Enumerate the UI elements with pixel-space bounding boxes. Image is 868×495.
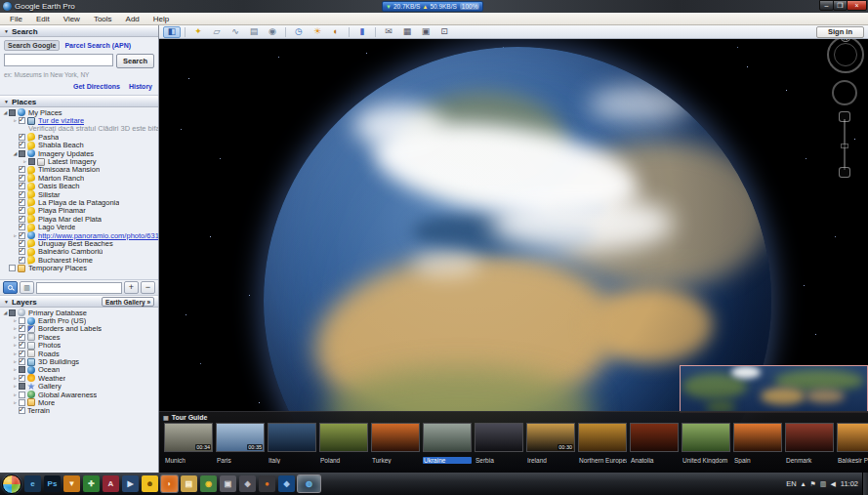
expander-icon[interactable]: ▹ bbox=[12, 326, 19, 331]
tour-item[interactable]: Anatolia bbox=[630, 423, 679, 464]
menu-file[interactable]: File bbox=[3, 15, 29, 23]
zoom-out-knob[interactable] bbox=[839, 167, 850, 178]
network-icon[interactable]: ▥ bbox=[820, 480, 827, 488]
add-polygon-icon[interactable]: ▱ bbox=[208, 26, 226, 38]
layers-item[interactable]: ▹Weather bbox=[0, 374, 158, 382]
expander-icon[interactable]: ▹ bbox=[12, 367, 19, 372]
hidden-icons-arrow[interactable]: ▴ bbox=[802, 479, 806, 488]
tour-item[interactable]: 00:34Munich bbox=[164, 423, 213, 464]
tab-search-google[interactable]: Search Google bbox=[4, 40, 60, 51]
tour-thumbnail[interactable]: 00:30 bbox=[526, 423, 575, 452]
action-center-flag-icon[interactable]: ⚑ bbox=[809, 480, 815, 488]
movie-app-icon[interactable]: ▶ bbox=[122, 475, 139, 492]
checkbox-checked[interactable] bbox=[19, 117, 25, 124]
tour-thumbnail[interactable] bbox=[630, 423, 679, 452]
places-item[interactable]: Temporary Places bbox=[0, 264, 158, 271]
expander-icon[interactable]: ▹ bbox=[12, 118, 19, 123]
app-orange-icon[interactable]: ▼ bbox=[63, 475, 80, 492]
language-indicator[interactable]: EN bbox=[786, 479, 796, 488]
yahoo-messenger-icon[interactable]: ☻ bbox=[142, 475, 158, 492]
google-earth-icon[interactable]: ◍ bbox=[298, 475, 320, 492]
historical-imagery-icon[interactable]: ◷ bbox=[290, 26, 308, 38]
menu-help[interactable]: Help bbox=[146, 15, 176, 23]
look-joystick[interactable]: N bbox=[827, 39, 864, 73]
photoshop-icon[interactable]: Ps bbox=[44, 475, 61, 492]
tour-thumbnail[interactable] bbox=[268, 423, 316, 452]
layers-item[interactable]: ▹Global Awareness bbox=[0, 391, 158, 398]
show-desktop-button[interactable] bbox=[862, 473, 868, 495]
checkbox-unchecked[interactable] bbox=[19, 392, 25, 398]
tour-item[interactable]: Balıkesir Prov... bbox=[837, 423, 868, 464]
view-in-google-maps-icon[interactable]: ⊡ bbox=[435, 26, 453, 38]
menu-tools[interactable]: Tools bbox=[87, 15, 119, 23]
save-image-icon[interactable]: ▣ bbox=[417, 26, 434, 38]
windows-explorer-icon[interactable]: ▤ bbox=[181, 475, 197, 492]
record-tour-icon[interactable]: ◉ bbox=[264, 26, 281, 38]
expander-icon[interactable]: ▹ bbox=[21, 159, 28, 164]
menu-edit[interactable]: Edit bbox=[29, 15, 57, 23]
tour-item[interactable]: Ukraine bbox=[423, 423, 472, 464]
planets-icon[interactable]: ◐ bbox=[327, 26, 345, 38]
parcel-search-link[interactable]: Parcel Search (APN) bbox=[64, 42, 131, 49]
move-joystick[interactable] bbox=[832, 80, 857, 105]
expander-icon[interactable]: ▹ bbox=[12, 384, 19, 389]
expander-icon[interactable]: ▹ bbox=[12, 351, 19, 356]
checkbox-unchecked[interactable] bbox=[9, 265, 16, 271]
tour-thumbnail[interactable] bbox=[319, 423, 368, 452]
search-input[interactable] bbox=[4, 54, 113, 66]
tour-item[interactable]: Italy bbox=[268, 423, 316, 464]
layers-item[interactable]: ▹3D Buildings bbox=[0, 357, 158, 365]
north-indicator[interactable]: N bbox=[841, 39, 850, 42]
media-app-icon[interactable]: A bbox=[103, 475, 119, 492]
search-panel-header[interactable]: Search bbox=[0, 25, 158, 37]
window-titlebar[interactable]: Google Earth Pro ▼ 20.7KB/S ▲ 50.9KB/S 1… bbox=[0, 0, 868, 13]
expander-icon[interactable]: ▹ bbox=[12, 233, 19, 238]
search-button[interactable]: Search bbox=[116, 54, 154, 68]
expander-icon[interactable]: ◢ bbox=[12, 151, 19, 156]
checkbox-partial[interactable] bbox=[9, 309, 16, 316]
checkbox-partial[interactable] bbox=[9, 109, 16, 116]
add-placemark-icon[interactable]: ✦ bbox=[189, 26, 207, 38]
close-button[interactable]: × bbox=[847, 0, 867, 11]
tour-thumbnail[interactable] bbox=[371, 423, 420, 452]
menu-add[interactable]: Add bbox=[119, 15, 146, 23]
tour-item[interactable]: 00:30Ireland bbox=[526, 423, 575, 464]
start-button[interactable] bbox=[2, 474, 21, 494]
layers-item[interactable]: Terrain bbox=[0, 407, 158, 415]
search-places-button[interactable] bbox=[3, 281, 18, 294]
security-shield-icon[interactable]: ◆ bbox=[278, 475, 295, 492]
tour-thumbnail[interactable]: 00:35 bbox=[216, 423, 265, 452]
app-gray-2-icon[interactable]: ◈ bbox=[239, 475, 256, 492]
expander-icon[interactable]: ▹ bbox=[12, 359, 19, 364]
checkbox-checked[interactable] bbox=[19, 407, 25, 414]
layers-panel-header[interactable]: Layers Earth Gallery » bbox=[0, 296, 158, 308]
tour-item[interactable]: Northern European ... bbox=[578, 423, 627, 464]
remove-content-button[interactable]: − bbox=[141, 281, 155, 294]
email-icon[interactable]: ✉ bbox=[380, 26, 397, 38]
places-filter-input[interactable] bbox=[36, 282, 122, 294]
checkbox-checked[interactable] bbox=[19, 358, 25, 365]
checkbox-checked[interactable] bbox=[19, 257, 25, 264]
tour-item[interactable]: Denmark bbox=[785, 423, 834, 464]
tour-item[interactable]: 00:35Paris bbox=[216, 423, 265, 464]
checkbox-checked[interactable] bbox=[19, 375, 25, 382]
expander-icon[interactable]: ▹ bbox=[12, 392, 19, 397]
tour-item[interactable]: United Kingdom bbox=[682, 423, 730, 464]
tour-guide-icon[interactable]: ▦ bbox=[163, 414, 169, 421]
tour-item[interactable]: Poland bbox=[319, 423, 368, 464]
add-content-button[interactable]: + bbox=[124, 281, 139, 294]
expander-icon[interactable]: ▹ bbox=[12, 376, 19, 381]
minimize-button[interactable]: – bbox=[819, 0, 834, 11]
app-orange-dot-icon[interactable]: ● bbox=[259, 475, 275, 492]
chrome-icon[interactable]: ◉ bbox=[200, 475, 217, 492]
checkbox-partial[interactable] bbox=[28, 158, 35, 165]
volume-icon[interactable]: ◀ bbox=[830, 480, 835, 488]
menu-view[interactable]: View bbox=[57, 15, 87, 23]
tour-thumbnail[interactable] bbox=[733, 423, 782, 452]
checkbox-partial[interactable] bbox=[19, 150, 25, 157]
opacity-button[interactable]: ▥ bbox=[20, 281, 34, 294]
tour-thumbnail[interactable] bbox=[423, 423, 472, 452]
history-link[interactable]: History bbox=[129, 83, 152, 90]
earth-gallery-button[interactable]: Earth Gallery » bbox=[102, 297, 154, 307]
checkbox-partial[interactable] bbox=[19, 383, 25, 390]
